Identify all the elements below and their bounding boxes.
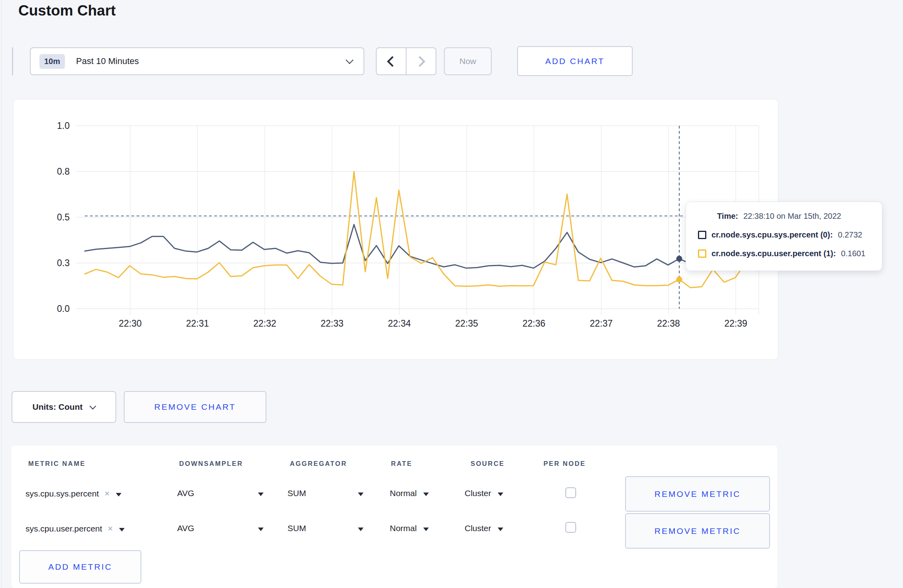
dropdown-caret-icon: [358, 493, 364, 496]
now-button[interactable]: Now: [444, 47, 492, 75]
chart-card: 0.00.30.50.81.022:3022:3122:3222:3322:34…: [13, 99, 778, 360]
col-header-aggregator: AGGREGATOR: [290, 460, 347, 467]
next-time-button[interactable]: [407, 48, 436, 74]
page-left-border: [1, 0, 2, 588]
time-range-badge: 10m: [39, 54, 65, 69]
svg-text:0.5: 0.5: [57, 212, 70, 222]
svg-text:22:37: 22:37: [590, 318, 613, 329]
dropdown-caret-icon: [423, 528, 429, 531]
tooltip-series-value: 0.1601: [841, 249, 865, 258]
units-select[interactable]: Units: Count: [12, 391, 116, 423]
tooltip-series-label: cr.node.sys.cpu.sys.percent (0):: [711, 230, 833, 239]
dropdown-caret-icon: [423, 493, 429, 496]
series-sys-swatch-icon: [698, 231, 706, 239]
source-select[interactable]: Cluster: [465, 489, 503, 498]
svg-text:22:34: 22:34: [388, 318, 411, 329]
time-range-label: Past 10 Minutes: [76, 56, 139, 66]
dropdown-caret-icon: [119, 528, 125, 532]
svg-text:22:35: 22:35: [455, 318, 478, 329]
svg-text:22:31: 22:31: [186, 318, 209, 329]
clear-metric-icon[interactable]: ×: [104, 489, 109, 498]
col-header-per-node: PER NODE: [543, 460, 586, 467]
clear-metric-icon[interactable]: ×: [108, 524, 113, 533]
chart-tooltip: Time: 22:38:10 on Mar 15th, 2022 cr.node…: [686, 202, 882, 271]
dropdown-caret-icon: [358, 528, 364, 531]
add-chart-button[interactable]: ADD CHART: [517, 46, 633, 76]
tooltip-series-label: cr.node.sys.cpu.user.percent (1):: [711, 249, 836, 258]
tooltip-series-value: 0.2732: [838, 230, 862, 239]
remove-metric-button[interactable]: REMOVE METRIC: [625, 476, 770, 512]
metric-table: METRIC NAME DOWNSAMPLER AGGREGATOR RATE …: [12, 446, 777, 588]
svg-text:22:30: 22:30: [119, 318, 142, 329]
col-header-source: SOURCE: [471, 460, 505, 467]
per-node-checkbox[interactable]: [565, 487, 576, 498]
dropdown-caret-icon: [116, 493, 121, 496]
col-header-rate: RATE: [391, 460, 412, 467]
dropdown-caret-icon: [258, 493, 264, 496]
time-step-buttons: [376, 47, 436, 75]
units-label: Units: Count: [33, 402, 83, 412]
svg-text:0.0: 0.0: [57, 304, 70, 314]
downsampler-select[interactable]: AVG: [177, 524, 264, 533]
svg-text:22:33: 22:33: [321, 318, 344, 329]
svg-text:0.3: 0.3: [57, 258, 70, 268]
series-user-swatch-icon: [698, 249, 706, 258]
tooltip-time-key: Time:: [717, 212, 738, 221]
aggregator-select[interactable]: SUM: [287, 524, 364, 533]
rate-select[interactable]: Normal: [390, 489, 429, 498]
remove-metric-button[interactable]: REMOVE METRIC: [625, 513, 770, 549]
svg-text:22:38: 22:38: [657, 318, 680, 329]
tooltip-time-value: 22:38:10 on Mar 15th, 2022: [743, 212, 841, 221]
svg-text:0.8: 0.8: [57, 166, 70, 177]
svg-text:22:39: 22:39: [724, 318, 747, 329]
dropdown-caret-icon: [498, 528, 503, 531]
source-select[interactable]: Cluster: [465, 524, 503, 533]
svg-text:22:32: 22:32: [253, 318, 276, 329]
dropdown-caret-icon: [498, 493, 503, 496]
dropdown-caret-icon: [258, 528, 264, 531]
tooltip-series-row: cr.node.sys.cpu.user.percent (1): 0.1601: [698, 249, 866, 258]
add-metric-button[interactable]: ADD METRIC: [19, 550, 141, 584]
aggregator-select[interactable]: SUM: [287, 489, 364, 498]
toolbar-divider: [12, 47, 13, 75]
chevron-right-icon: [414, 56, 425, 67]
metric-name-select[interactable]: sys.cpu.user.percent×: [25, 524, 125, 534]
svg-text:1.0: 1.0: [57, 121, 70, 131]
chevron-down-icon: [90, 403, 96, 409]
chevron-left-icon: [387, 56, 398, 67]
chevron-down-icon: [346, 56, 354, 64]
chart-svg[interactable]: 0.00.30.50.81.022:3022:3122:3222:3322:34…: [14, 99, 779, 360]
rate-select[interactable]: Normal: [390, 524, 429, 533]
tooltip-series-row: cr.node.sys.cpu.sys.percent (0): 0.2732: [698, 230, 862, 239]
downsampler-select[interactable]: AVG: [177, 489, 264, 498]
col-header-metric-name: METRIC NAME: [28, 460, 86, 467]
remove-chart-button[interactable]: REMOVE CHART: [124, 391, 266, 423]
tooltip-time-row: Time: 22:38:10 on Mar 15th, 2022: [717, 212, 841, 221]
svg-text:22:36: 22:36: [522, 318, 545, 329]
metric-name-select[interactable]: sys.cpu.sys.percent×: [25, 489, 121, 499]
prev-time-button[interactable]: [377, 48, 407, 74]
time-range-select[interactable]: 10m Past 10 Minutes: [30, 47, 364, 75]
col-header-downsampler: DOWNSAMPLER: [179, 460, 243, 467]
page-title: Custom Chart: [18, 2, 116, 19]
per-node-checkbox[interactable]: [565, 522, 576, 533]
